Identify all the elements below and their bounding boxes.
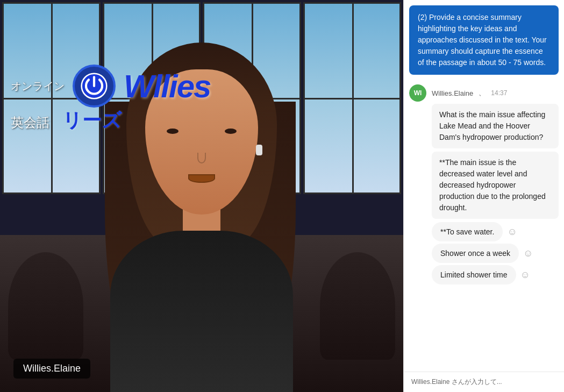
- logo-icon: [73, 65, 116, 108]
- limited-shower-row: Limited shower time ☺: [432, 265, 559, 284]
- nose: [197, 153, 206, 163]
- shower-week-bubble: Shower once a week: [432, 244, 519, 263]
- smiley-2: ☺: [523, 248, 533, 259]
- status-bar: Willies.Elaine さんが入力して...: [404, 372, 564, 392]
- smiley-3: ☺: [520, 269, 530, 281]
- chat-panel: (2) Provide a concise summary highlighti…: [403, 0, 564, 392]
- logo-jp-bottom: 英会話: [11, 115, 49, 130]
- answer-full-message: **The main issue is the decreased water …: [432, 152, 559, 219]
- chair-right: [320, 252, 395, 360]
- video-background: オンライン Wllies 英会話 リーズ: [0, 0, 403, 392]
- save-water-bubble: **To save water.: [432, 222, 503, 241]
- logo-brand: Wllies: [124, 68, 210, 105]
- sender-separator: 、: [479, 88, 486, 98]
- smiley-1: ☺: [507, 226, 517, 238]
- highlighted-message: (2) Provide a concise summary highlighti…: [409, 5, 559, 75]
- question-message: What is the main issue affecting Lake Me…: [432, 104, 559, 148]
- shower-week-row: Shower once a week ☺: [432, 244, 559, 263]
- chat-messages[interactable]: (2) Provide a concise summary highlighti…: [404, 0, 564, 372]
- airpod-right: [256, 145, 262, 155]
- video-panel: オンライン Wllies 英会話 リーズ: [0, 0, 403, 392]
- limited-shower-bubble: Limited shower time: [432, 265, 516, 284]
- logo-sub: リーズ: [62, 109, 122, 131]
- mouth: [188, 174, 215, 183]
- body: [110, 231, 293, 392]
- chair-left: [8, 252, 83, 360]
- name-tag: Willies.Elaine: [13, 359, 90, 379]
- eye-left: [167, 129, 179, 134]
- logo-second-line: 英会話 リーズ: [11, 108, 122, 134]
- message-timestamp: 14:37: [491, 89, 507, 97]
- sender-name: Willies.Elaine: [432, 89, 473, 97]
- save-water-row: **To save water. ☺: [432, 222, 559, 241]
- logo-overlay: オンライン Wllies: [11, 65, 392, 108]
- sender-row: WI Willies.Elaine 、 14:37: [404, 80, 564, 104]
- avatar: WI: [409, 84, 426, 102]
- logo-jp-top: オンライン: [11, 79, 65, 94]
- eye-right: [225, 129, 237, 134]
